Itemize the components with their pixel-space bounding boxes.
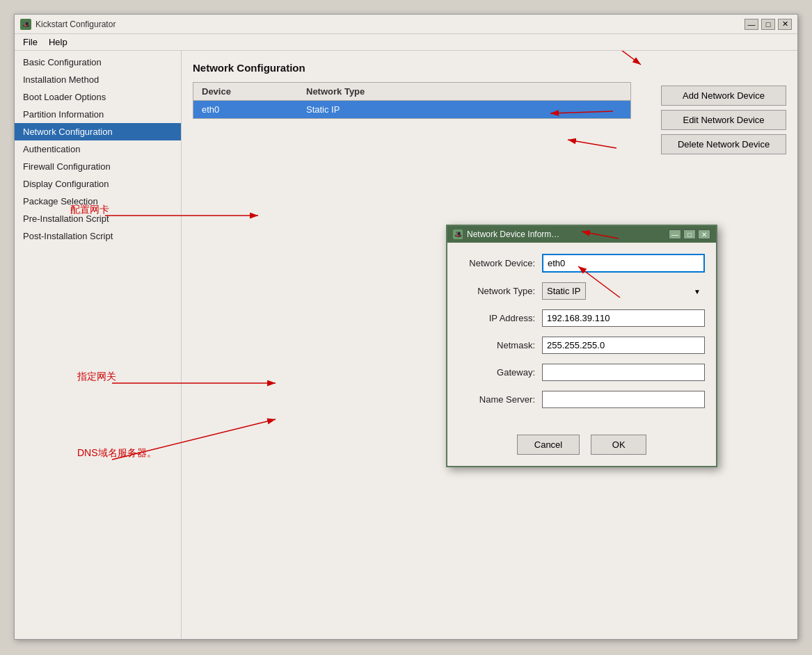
dialog-title-buttons: — □ ✕ <box>669 229 710 239</box>
sidebar-item-boot-loader-options[interactable]: Boot Loader Options <box>15 88 181 106</box>
dialog-minimize-button[interactable]: — <box>669 229 681 239</box>
menu-bar: File Help <box>15 34 797 51</box>
sidebar-item-network-configuration[interactable]: Network Configuration <box>15 123 181 140</box>
add-network-device-button[interactable]: Add Network Device <box>661 86 786 106</box>
gateway-label: Gateway: <box>459 367 542 378</box>
content-area: Basic Configuration Installation Method … <box>15 51 797 639</box>
menu-help[interactable]: Help <box>43 35 73 49</box>
table-row[interactable]: eth0 Static IP <box>193 101 630 118</box>
network-device-dialog: 🎩 Network Device Inform… — □ ✕ Network D… <box>446 225 717 467</box>
delete-network-device-button[interactable]: Delete Network Device <box>661 134 786 154</box>
edit-network-device-button[interactable]: Edit Network Device <box>661 110 786 130</box>
title-bar-buttons: — □ ✕ <box>745 19 792 30</box>
sidebar: Basic Configuration Installation Method … <box>15 51 182 639</box>
app-icon: 🎩 <box>20 19 31 30</box>
network-device-label: Network Device: <box>459 258 542 268</box>
maximize-button[interactable]: □ <box>761 19 775 30</box>
main-content: Network Configuration Device Network Typ… <box>182 51 797 639</box>
ok-button[interactable]: OK <box>591 435 646 455</box>
dialog-maximize-button[interactable]: □ <box>683 229 696 239</box>
close-button[interactable]: ✕ <box>778 19 792 30</box>
title-bar: 🎩 Kickstart Configurator — □ ✕ <box>15 15 797 34</box>
table-header-network-type: Network Type <box>298 83 402 100</box>
network-device-row: Network Device: <box>459 254 705 273</box>
netmask-label: Netmask: <box>459 340 542 350</box>
svg-line-4 <box>568 140 616 148</box>
sidebar-item-installation-method[interactable]: Installation Method <box>15 71 181 88</box>
network-type-row: Network Type: Static IP DHCP <box>459 282 705 300</box>
dialog-close-button[interactable]: ✕ <box>698 229 710 239</box>
name-server-input[interactable] <box>542 391 705 408</box>
table-header: Device Network Type <box>193 83 630 101</box>
gateway-row: Gateway: <box>459 364 705 381</box>
dialog-body: Network Device: Network Type: Static IP … <box>447 243 716 429</box>
ip-address-label: IP Address: <box>459 313 542 323</box>
network-type-select-wrapper: Static IP DHCP <box>542 282 705 300</box>
dialog-title: Network Device Inform… <box>467 229 669 239</box>
dialog-buttons: Cancel OK <box>447 429 716 466</box>
sidebar-item-firewall-configuration[interactable]: Firewall Configuration <box>15 158 181 175</box>
ip-address-input[interactable] <box>542 309 705 327</box>
sidebar-item-display-configuration[interactable]: Display Configuration <box>15 175 181 193</box>
section-title: Network Configuration <box>193 62 786 74</box>
sidebar-item-partition-information[interactable]: Partition Information <box>15 106 181 123</box>
table-header-device: Device <box>193 83 298 100</box>
app-title: Kickstart Configurator <box>35 19 745 29</box>
sidebar-item-post-installation-script[interactable]: Post-Installation Script <box>15 227 181 245</box>
network-device-input[interactable] <box>542 254 705 273</box>
name-server-row: Name Server: <box>459 391 705 408</box>
ip-address-row: IP Address: <box>459 309 705 327</box>
dialog-icon: 🎩 <box>453 229 463 239</box>
dialog-title-bar: 🎩 Network Device Inform… — □ ✕ <box>447 226 716 243</box>
action-buttons: Add Network Device Edit Network Device D… <box>661 86 786 154</box>
name-server-label: Name Server: <box>459 394 542 405</box>
sidebar-item-basic-configuration[interactable]: Basic Configuration <box>15 54 181 71</box>
table-cell-device: eth0 <box>193 101 298 118</box>
gateway-input[interactable] <box>542 364 705 381</box>
minimize-button[interactable]: — <box>745 19 758 30</box>
network-type-select[interactable]: Static IP DHCP <box>542 282 586 300</box>
sidebar-item-package-selection[interactable]: Package Selection <box>15 193 181 210</box>
cancel-button[interactable]: Cancel <box>517 435 580 455</box>
netmask-input[interactable] <box>542 337 705 354</box>
table-cell-network-type: Static IP <box>298 101 402 118</box>
menu-file[interactable]: File <box>17 35 43 49</box>
netmask-row: Netmask: <box>459 337 705 354</box>
network-table: Device Network Type eth0 Static IP <box>193 82 631 119</box>
main-window: 🎩 Kickstart Configurator — □ ✕ File Help… <box>14 14 798 640</box>
network-type-label: Network Type: <box>459 286 542 296</box>
sidebar-item-pre-installation-script[interactable]: Pre-Installation Script <box>15 210 181 227</box>
sidebar-item-authentication[interactable]: Authentication <box>15 140 181 158</box>
